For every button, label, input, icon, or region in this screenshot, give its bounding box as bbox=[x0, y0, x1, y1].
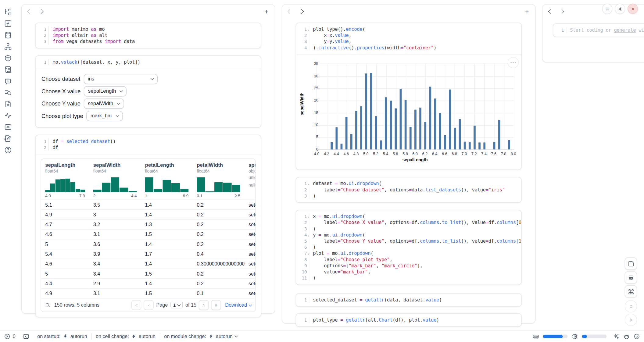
dataset-code-editor[interactable]: 1∨dataset = mo.ui.dropdown(2 label="Choo… bbox=[296, 177, 521, 202]
plot-type-code-editor[interactable]: 1plot_type = getattr(alt.Chart(df), plot… bbox=[296, 314, 521, 326]
chart-bar bbox=[454, 127, 456, 149]
code-line: 5 label="Choose Y value", options=df.col… bbox=[296, 238, 521, 244]
scratch-code-editor[interactable]: 1 Start coding or generate with bbox=[553, 24, 644, 37]
page-select[interactable]: 1 bbox=[170, 302, 183, 308]
next-page-button[interactable]: › bbox=[199, 300, 209, 310]
code-line: 9 options=["mark_bar", "mark_circle"], bbox=[296, 263, 521, 269]
first-page-button[interactable]: « bbox=[132, 300, 141, 310]
chart-plot-area[interactable] bbox=[317, 64, 514, 150]
table-cell: 4.6 bbox=[41, 259, 89, 269]
scroll-text-icon[interactable] bbox=[4, 66, 12, 74]
code-line: 2 x=x.value, bbox=[296, 32, 521, 38]
table-cell: 1.4 bbox=[141, 279, 193, 288]
autorun-setting-1[interactable]: on cell change:autorun bbox=[96, 333, 156, 339]
generate-link[interactable]: generate bbox=[614, 27, 636, 33]
autorun-setting-2[interactable]: on module change:autorun bbox=[164, 333, 238, 339]
code-box-icon[interactable] bbox=[4, 123, 12, 131]
column-header-species[interactable]: speciesobjectunique:nulls: bbox=[244, 159, 255, 200]
table-cell: 3.1 bbox=[89, 288, 141, 298]
vstack-code-editor[interactable]: 1mo.vstack([dataset, x, y, plot]) bbox=[36, 56, 261, 69]
code-line: 2import altair as alt bbox=[36, 32, 261, 38]
table-cell: 0.4 bbox=[193, 249, 245, 259]
column-next-icon[interactable] bbox=[560, 9, 564, 14]
download-button[interactable]: Download bbox=[225, 302, 251, 308]
column-header-petalLength[interactable]: petalLengthfloat6416.9 bbox=[141, 159, 193, 200]
close-button[interactable] bbox=[628, 4, 638, 14]
chart-bar bbox=[439, 113, 441, 149]
notebook-pen-icon[interactable] bbox=[4, 135, 12, 143]
settings-button[interactable] bbox=[615, 4, 625, 14]
function-square-icon[interactable] bbox=[4, 20, 12, 28]
last-page-button[interactable]: » bbox=[211, 300, 221, 310]
prev-page-button[interactable]: ‹ bbox=[144, 300, 154, 310]
add-cell-button[interactable]: + bbox=[525, 8, 529, 15]
command-palette-button[interactable] bbox=[625, 285, 637, 297]
errors-indicator[interactable]: 0 bbox=[4, 333, 15, 339]
page-count-label: of 15 bbox=[185, 302, 196, 308]
line-number: 10 bbox=[296, 269, 309, 275]
line-number: 1 bbox=[36, 59, 49, 65]
file-tree-icon[interactable] bbox=[4, 8, 12, 16]
column-next-icon[interactable] bbox=[299, 9, 304, 14]
network-icon[interactable] bbox=[4, 43, 12, 51]
line-number: 4 bbox=[296, 45, 309, 51]
file-text-icon[interactable] bbox=[4, 100, 12, 108]
dropdown-label: Choose dataset bbox=[41, 76, 80, 82]
column-header-petalWidth[interactable]: petalWidthfloat640.12.5 bbox=[193, 159, 245, 200]
help-circle-icon[interactable] bbox=[4, 146, 12, 154]
save-icon bbox=[628, 261, 634, 267]
chart-bar bbox=[350, 134, 352, 149]
xyplot-code-editor[interactable]: 1∨x = mo.ui.dropdown(2 label="Choose X v… bbox=[296, 210, 521, 285]
choose-plot-type-select[interactable]: mark_bar bbox=[86, 111, 123, 121]
table-row: 53.41.50.2setosa bbox=[41, 269, 256, 279]
terminal-button[interactable] bbox=[23, 333, 29, 339]
choose-dataset-select[interactable]: iris bbox=[84, 74, 157, 84]
column-prev-icon[interactable] bbox=[548, 9, 553, 14]
line-number: 3 bbox=[36, 39, 49, 45]
menu-button[interactable] bbox=[602, 4, 613, 14]
bot-icon[interactable] bbox=[624, 333, 630, 339]
column-header-sepalWidth[interactable]: sepalWidthfloat6424.4 bbox=[89, 159, 141, 200]
database-icon[interactable] bbox=[4, 31, 12, 39]
table-cell: 3.5 bbox=[89, 200, 141, 209]
chart-bar bbox=[434, 99, 436, 149]
chart-actions-button[interactable] bbox=[508, 57, 519, 68]
chart-code-editor[interactable]: 1∨plot_type().encode(2 x=x.value,3 y=y.v… bbox=[296, 23, 521, 54]
column-1-header: + bbox=[22, 5, 275, 19]
package-icon[interactable] bbox=[4, 54, 12, 62]
imports-code-editor[interactable]: 1import marimo as mo2import altair as al… bbox=[36, 23, 261, 48]
close-icon bbox=[630, 6, 635, 11]
run-button[interactable] bbox=[625, 314, 637, 326]
code-line: 2 label="Choose X value", options=df.col… bbox=[296, 220, 521, 226]
add-cell-button[interactable]: + bbox=[265, 8, 269, 15]
code-line: 1mo.vstack([dataset, x, y, plot]) bbox=[36, 59, 261, 65]
altair-bar-chart: 051015202530354.04.24.44.64.85.05.25.45.… bbox=[299, 59, 518, 165]
memory-icon bbox=[533, 333, 539, 339]
table-cell: 3.9 bbox=[89, 249, 141, 259]
choose-x-value-select[interactable]: sepalLength bbox=[84, 86, 127, 96]
choose-y-value-select[interactable]: sepalWidth bbox=[84, 98, 124, 109]
stop-button[interactable] bbox=[625, 300, 637, 312]
line-number: 5 bbox=[296, 238, 309, 244]
activity-icon[interactable] bbox=[4, 112, 12, 119]
table-cell: setosa bbox=[244, 229, 255, 239]
check-circle-icon[interactable] bbox=[634, 333, 640, 339]
selected-dataset-code-editor[interactable]: 1selected_dataset = getattr(data, datase… bbox=[296, 294, 521, 306]
sparkles-icon[interactable] bbox=[613, 333, 619, 339]
column-prev-icon[interactable] bbox=[27, 9, 32, 14]
column-prev-icon[interactable] bbox=[288, 9, 292, 14]
dropdown-label: Choose plot type bbox=[41, 113, 83, 119]
autorun-setting-0[interactable]: on startup:autorun bbox=[37, 333, 87, 339]
df-code-editor[interactable]: 1df = selected_dataset()2df bbox=[36, 135, 261, 154]
bot-message-icon[interactable] bbox=[4, 77, 12, 85]
chart-bar bbox=[463, 142, 466, 150]
list-search-icon[interactable] bbox=[4, 89, 12, 97]
search-icon[interactable] bbox=[45, 302, 51, 308]
chart-bar bbox=[459, 119, 461, 149]
layout-button[interactable] bbox=[625, 271, 637, 283]
column-next-icon[interactable] bbox=[39, 9, 43, 14]
save-button[interactable] bbox=[625, 258, 637, 270]
line-number: 1 bbox=[36, 26, 49, 32]
column-header-sepalLength[interactable]: sepalLengthfloat644.37.9 bbox=[41, 159, 89, 200]
table-cell: 1.4 bbox=[141, 259, 193, 269]
